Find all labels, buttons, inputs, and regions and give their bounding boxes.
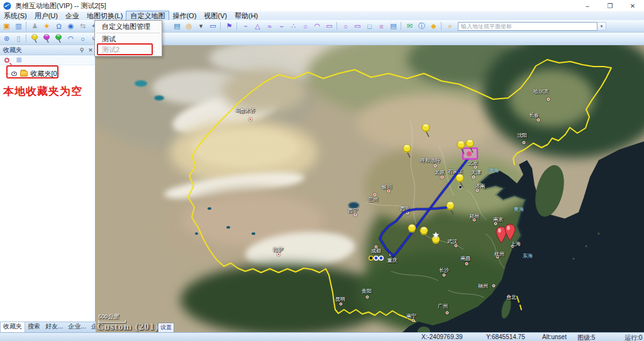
menu-bar: 系统(S)用户(U)企业地图切换(L)自定义地图操作(O)视图(V)帮助(H)	[0, 11, 644, 20]
sidebar-tabs: 收藏夹搜索好友...企业...企业...	[0, 322, 96, 332]
map-pushpin[interactable]	[403, 144, 411, 158]
pushpin-yellow-icon[interactable]	[30, 34, 40, 44]
status-y-coordinate: Y:6845514.75	[486, 333, 525, 340]
favorites-search-icon[interactable]	[2, 56, 12, 65]
draw-curve-icon[interactable]: ≈	[264, 21, 275, 31]
sidebar-tab-4[interactable]: 企业...	[89, 322, 96, 332]
draw-circle-icon[interactable]: ○	[300, 21, 311, 31]
favorites-panel-title: 收藏夹	[3, 46, 22, 55]
info-icon[interactable]: ⓘ	[416, 21, 427, 31]
menu-item-4[interactable]: 自定义地图	[126, 11, 169, 20]
map-balloon-marker[interactable]	[505, 224, 515, 241]
note-icon[interactable]: ▯	[13, 34, 24, 44]
circle-tool-icon[interactable]: ○	[77, 34, 88, 44]
status-map-level: 图级:5	[577, 333, 595, 341]
window-title: 奥维互动地图(VIP) -- 测试2[5]	[15, 1, 106, 11]
draw-ellipse-icon[interactable]: ○	[340, 21, 351, 31]
dropdown-caret-icon[interactable]: ▾	[196, 21, 206, 31]
poi-circle-marker[interactable]	[374, 256, 378, 260]
search-dropdown-caret[interactable]: ▾	[597, 22, 606, 31]
annotation-box-menu	[97, 43, 153, 55]
settings-gear-icon[interactable]: ⊛	[1, 34, 12, 44]
favorites-panel-header: 收藏夹 ⚲ ✕	[0, 45, 95, 55]
layers-icon[interactable]: ▤	[388, 21, 399, 31]
toolbar-separator	[220, 22, 221, 30]
toolbar-separator	[401, 22, 401, 30]
menu-item-1[interactable]: 用户(U)	[31, 11, 62, 20]
toolbar-separator	[236, 22, 237, 30]
map-pushpin[interactable]	[420, 227, 428, 240]
map-settings-button[interactable]: 设置	[158, 323, 174, 332]
map-pushpin[interactable]	[447, 202, 454, 215]
map-pushpin-star[interactable]	[432, 235, 440, 249]
display-icon[interactable]: ▭	[208, 21, 218, 31]
pushpin-green-icon[interactable]	[53, 34, 64, 44]
draw-rounded-rect-icon[interactable]: ▭	[352, 21, 363, 31]
map-pushpin[interactable]	[422, 124, 430, 137]
toolbar-separator	[26, 22, 26, 30]
close-button[interactable]: ✕	[621, 0, 644, 11]
restore-button[interactable]: ❐	[599, 0, 621, 11]
sidebar-tab-1[interactable]: 搜索	[25, 322, 43, 332]
map-attribution: Custom (201)	[97, 322, 158, 332]
annotation-box-favorites	[6, 65, 58, 78]
app-window: 奥维互动地图(VIP) -- 测试2[5] – ❐ ✕ 系统(S)用户(U)企业…	[0, 0, 644, 341]
status-altitude: Alt:unset	[542, 333, 567, 340]
compass-icon[interactable]: ◎	[184, 21, 194, 31]
menu-item-6[interactable]: 视图(V)	[200, 11, 231, 20]
app-logo-icon	[3, 2, 11, 10]
status-run-time: 运行:0	[625, 333, 642, 341]
transfer-icon[interactable]: ⇆	[77, 21, 88, 31]
poi-circle-marker[interactable]	[379, 256, 383, 260]
print-icon[interactable]: ▤	[172, 21, 182, 31]
region-icon[interactable]: □	[364, 21, 375, 31]
sidebar-tab-2[interactable]: 好友...	[43, 322, 65, 332]
placemark-flag-icon[interactable]: ⚑	[224, 21, 235, 31]
draw-triangle-icon[interactable]: △	[252, 21, 263, 31]
globe-icon[interactable]: ◉	[65, 21, 76, 31]
favorites-link-icon[interactable]: ⊞	[14, 56, 24, 65]
draw-wave-icon[interactable]: ~	[240, 21, 251, 31]
new-map-icon[interactable]: ▣	[1, 21, 12, 31]
minimize-button[interactable]: –	[576, 0, 599, 11]
browse-icon[interactable]: Ω	[53, 21, 64, 31]
sidebar-tab-0[interactable]: 收藏夹	[0, 322, 25, 332]
status-bar: X:-2409769.39 Y:6845514.75 Alt:unset 图级:…	[0, 332, 644, 341]
menu-item-0[interactable]: 系统(S)	[0, 11, 31, 20]
user-icon[interactable]: ♟	[30, 21, 40, 31]
sidebar-tab-3[interactable]: 企业...	[65, 322, 88, 332]
waypoint-dot[interactable]	[458, 185, 462, 188]
menu-item-3[interactable]: 地图切换(L)	[83, 11, 126, 20]
dropdown-item-0[interactable]: 自定义地图管理	[95, 21, 162, 32]
toolbar-separator	[26, 35, 26, 43]
favorites-panel: 收藏夹 ⚲ ✕ ⊞ ─ 收藏夹[0] 本地收藏夹为空 收藏夹搜索好友...企业.…	[0, 45, 96, 332]
draw-arc2-icon[interactable]: ◠	[312, 21, 323, 31]
menu-item-5[interactable]: 操作(O)	[169, 11, 200, 20]
draw-rect-icon[interactable]: ▭	[324, 21, 335, 31]
map-pushpin[interactable]	[456, 174, 464, 187]
map-pushpin[interactable]	[457, 141, 465, 154]
favorite-star-icon[interactable]: ★	[42, 21, 52, 31]
vip-diamond-icon[interactable]: ◆	[428, 21, 439, 31]
dock-pin-icon[interactable]: ⚲	[77, 47, 86, 53]
pushpin-purple-icon[interactable]	[42, 34, 52, 44]
panel-close-icon[interactable]: ✕	[86, 47, 95, 53]
poi-circle-marker[interactable]	[369, 256, 373, 260]
menu-item-2[interactable]: 企业	[62, 11, 83, 20]
save-icon[interactable]: ▥	[13, 21, 24, 31]
arc-tool-icon[interactable]: ◠	[65, 34, 76, 44]
toolbar-separator	[336, 22, 337, 30]
map-viewport[interactable]: 乌鲁木齐哈尔滨长春沈阳呼和浩特北京太原石家庄天津济南银川西宁兰州西安郑州成都重庆…	[96, 45, 644, 332]
search-icon[interactable]: ⌕	[445, 21, 455, 31]
draw-scatter-icon[interactable]: ∴	[288, 21, 299, 31]
draw-arc-icon[interactable]: ⌣	[276, 21, 287, 31]
bars-icon[interactable]: ≡	[376, 21, 387, 31]
favorites-toolbar: ⊞	[0, 55, 95, 65]
search-input[interactable]	[458, 22, 597, 31]
map-annotations-layer	[96, 45, 644, 332]
menu-separator	[96, 33, 160, 33]
menu-item-7[interactable]: 帮助(H)	[231, 11, 262, 20]
toolbar-separator	[441, 22, 441, 30]
title-bar: 奥维互动地图(VIP) -- 测试2[5] – ❐ ✕	[0, 0, 644, 11]
message-icon[interactable]: ✉	[404, 21, 415, 31]
